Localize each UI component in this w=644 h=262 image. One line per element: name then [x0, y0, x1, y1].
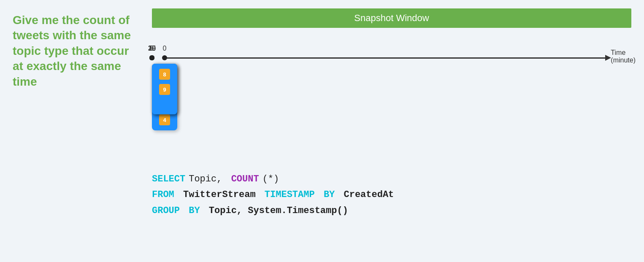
sql-kw-count: COUNT [231, 171, 259, 187]
timeline-area: 0 5 10 15 20 [152, 32, 631, 159]
sql-kw-select: SELECT [152, 171, 185, 187]
sql-groupby-fields: Topic, System.Timestamp() [203, 203, 348, 219]
snapshot-banner: Snapshot Window [152, 8, 631, 28]
tick-dot-35 [149, 55, 154, 60]
sql-line-3: GROUP BY Topic, System.Timestamp() [152, 203, 631, 219]
sql-kw-by2: BY [183, 203, 200, 219]
time-label: Time (minute) [611, 49, 636, 64]
sql-twitterstream: TwitterStream [178, 187, 261, 203]
sql-kw-timestamp: TIMESTAMP [265, 187, 315, 203]
left-panel: Give me the count of tweets with the sam… [13, 8, 139, 254]
tick-dot-0 [162, 55, 167, 60]
sql-kw-group: GROUP [152, 203, 180, 219]
sql-area: SELECT Topic, COUNT(*) FROM TwitterStrea… [152, 167, 631, 219]
sql-kw-from: FROM [152, 187, 174, 203]
badge-9: 9 [159, 84, 170, 95]
sql-line-2: FROM TwitterStream TIMESTAMP BY CreatedA… [152, 187, 631, 203]
tick-label-35: 35 [148, 45, 156, 52]
blue-bar-20: 8 9 [152, 64, 177, 114]
time-label-line2: (minute) [611, 57, 636, 64]
sql-count-paren: (*) [262, 171, 279, 187]
sql-topic: Topic, [189, 171, 227, 187]
sql-kw-by1: BY [318, 187, 335, 203]
timeline-axis [165, 57, 606, 59]
badge-8: 8 [159, 69, 170, 80]
description-text: Give me the count of tweets with the sam… [13, 13, 139, 89]
sql-line-1: SELECT Topic, COUNT(*) [152, 171, 631, 187]
bar-group-20: 8 9 [152, 64, 177, 114]
time-label-line1: Time [611, 49, 636, 57]
main-container: Give me the count of tweets with the sam… [0, 0, 644, 262]
right-panel: Snapshot Window 0 5 10 15 [152, 8, 631, 254]
tick-label-0: 0 [163, 45, 167, 52]
badge-4: 4 [159, 114, 170, 125]
sql-createdat: CreatedAt [338, 187, 394, 203]
